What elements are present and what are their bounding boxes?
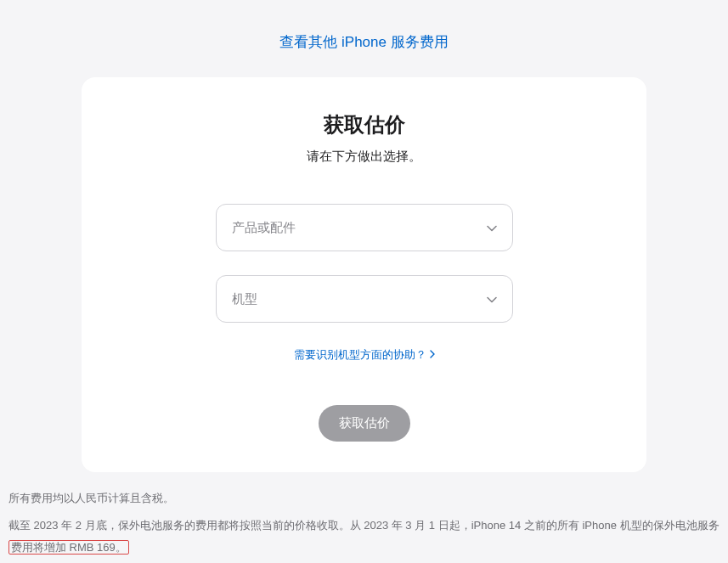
model-select[interactable]: 机型 xyxy=(216,275,513,323)
top-link-container: 查看其他 iPhone 服务费用 xyxy=(0,0,728,77)
chevron-down-icon xyxy=(487,221,497,234)
estimate-card: 获取估价 请在下方做出选择。 产品或配件 机型 需要识别机型方面的协助？ 获取估… xyxy=(82,77,646,472)
footer-line-2: 截至 2023 年 2 月底，保外电池服务的费用都将按照当前的价格收取。从 20… xyxy=(8,515,720,559)
identify-model-help-link[interactable]: 需要识别机型方面的协助？ xyxy=(294,347,435,363)
product-select[interactable]: 产品或配件 xyxy=(216,204,513,251)
other-service-link[interactable]: 查看其他 iPhone 服务费用 xyxy=(279,34,448,50)
model-select-wrapper: 机型 xyxy=(216,275,513,323)
footer-line-1: 所有费用均以人民币计算且含税。 xyxy=(8,487,720,510)
help-link-label: 需要识别机型方面的协助？ xyxy=(294,347,426,363)
product-select-wrapper: 产品或配件 xyxy=(216,204,513,251)
model-select-placeholder: 机型 xyxy=(232,291,257,307)
chevron-right-icon xyxy=(430,350,435,360)
footer-line-2a: 截至 2023 年 2 月底，保外电池服务的费用都将按照当前的价格收取。从 20… xyxy=(8,519,720,532)
card-title: 获取估价 xyxy=(99,111,629,138)
price-highlight: 费用将增加 RMB 169。 xyxy=(8,540,129,555)
card-subtitle: 请在下方做出选择。 xyxy=(99,149,629,165)
product-select-placeholder: 产品或配件 xyxy=(232,220,296,236)
footer-notes: 所有费用均以人民币计算且含税。 截至 2023 年 2 月底，保外电池服务的费用… xyxy=(0,472,728,559)
get-estimate-button[interactable]: 获取估价 xyxy=(319,405,410,442)
chevron-down-icon xyxy=(487,292,497,306)
